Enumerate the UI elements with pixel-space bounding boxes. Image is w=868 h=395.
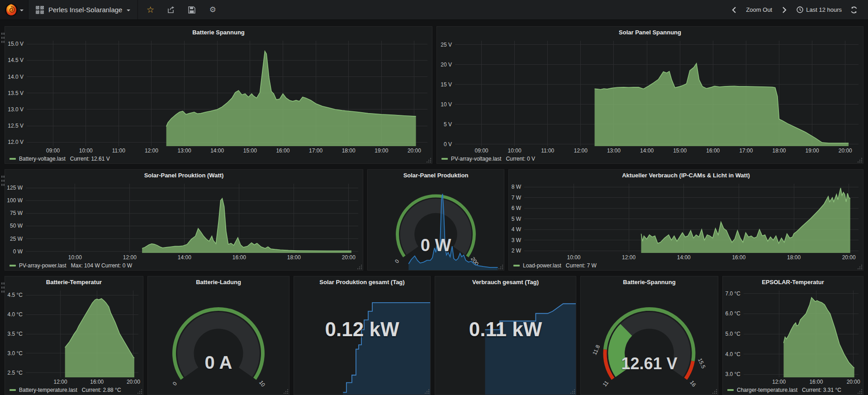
svg-text:18:00: 18:00 (773, 148, 786, 154)
legend-swatch[interactable] (441, 158, 448, 160)
svg-text:7.0 °C: 7.0 °C (726, 290, 741, 297)
time-range-picker[interactable]: Last 12 hours (797, 6, 842, 13)
resize-handle[interactable] (357, 264, 362, 269)
resize-handle[interactable] (857, 264, 862, 269)
panel-title[interactable]: Solar Panel Spannung (437, 27, 863, 38)
svg-text:10:00: 10:00 (508, 148, 522, 154)
panel-title[interactable]: Verbrauch gesamt (Tag) (435, 276, 576, 287)
svg-text:14.0 V: 14.0 V (8, 74, 24, 80)
dashboard-actions: ☆ ⚙ (138, 0, 225, 19)
resize-handle[interactable] (426, 157, 431, 162)
svg-text:12.0 V: 12.0 V (8, 139, 24, 145)
svg-text:09:00: 09:00 (46, 148, 60, 154)
pv-voltage-chart[interactable]: 0 V5 V10 V15 V20 V25 V09:0010:0011:0012:… (437, 38, 863, 154)
dashboard-settings-button[interactable]: ⚙ (205, 2, 220, 18)
legend-current-value: Current: 2.88 °C (82, 387, 121, 393)
grafana-main-menu[interactable] (0, 0, 28, 19)
svg-text:3.0 °C: 3.0 °C (726, 371, 741, 377)
svg-text:14:00: 14:00 (640, 148, 654, 154)
panel-title[interactable]: Batterie-Spannung (581, 276, 718, 287)
legend-current-value: Max: 104 W Current: 0 W (71, 262, 132, 269)
svg-text:13:00: 13:00 (178, 148, 191, 154)
star-dashboard-button[interactable]: ☆ (142, 2, 158, 18)
svg-text:2 W: 2 W (512, 247, 522, 254)
svg-text:3.0 °C: 3.0 °C (8, 350, 23, 357)
panel-title[interactable]: Solar-Panel Produktion (368, 170, 504, 181)
dashboard-picker[interactable]: Perles Insel-Solaranlage (28, 0, 138, 19)
svg-text:16: 16 (688, 379, 697, 388)
legend-swatch[interactable] (9, 389, 16, 391)
svg-text:12:00: 12:00 (123, 254, 137, 261)
svg-text:25 V: 25 V (441, 42, 452, 48)
battery-temperature-chart[interactable]: 2.5 °C3.0 °C3.5 °C4.0 °C4.5 °C12:0016:00… (5, 287, 143, 385)
svg-text:16:00: 16:00 (809, 379, 823, 385)
svg-text:12.5 V: 12.5 V (8, 123, 24, 129)
load-power-chart[interactable]: 2 W3 W4 W5 W6 W7 W8 W10:0012:0014:0016:0… (509, 181, 863, 261)
panel-title[interactable]: Batterie-Temperatur (5, 276, 143, 287)
resize-handle[interactable] (857, 389, 862, 394)
svg-text:19:00: 19:00 (806, 148, 819, 154)
grafana-logo-icon (5, 3, 18, 17)
panel-aktueller-verbrauch: Aktueller Verbrauch (IP-CAMs & Licht in … (508, 169, 863, 271)
svg-text:125 W: 125 W (7, 185, 23, 191)
svg-text:75 W: 75 W (10, 210, 23, 216)
legend-series-name[interactable]: Battery-voltage.last (19, 156, 66, 162)
gauge-value: 0 W (368, 236, 504, 255)
svg-text:13.0 V: 13.0 V (8, 106, 24, 113)
svg-text:14.5 V: 14.5 V (8, 57, 24, 63)
legend-series-name[interactable]: PV-array-power.last (19, 262, 66, 269)
caret-down-icon (20, 10, 24, 11)
svg-text:18:00: 18:00 (287, 254, 301, 261)
svg-text:20:00: 20:00 (842, 254, 856, 261)
svg-text:10 V: 10 V (441, 101, 452, 108)
dashboard-grid-icon (36, 6, 44, 14)
panel-batterie-spannung-gauge: Batterie-Spannung 1111.815.516 12.61 V (580, 276, 718, 395)
panel-title[interactable]: Solar Produktion gesamt (Tag) (294, 276, 430, 287)
legend-swatch[interactable] (513, 265, 520, 267)
svg-text:16:00: 16:00 (232, 254, 246, 261)
svg-text:20:00: 20:00 (127, 379, 140, 385)
panel-solar-panel-produktion-gauge: Solar-Panel Produktion 0200 0 W (367, 169, 504, 271)
zoom-out-button[interactable]: Zoom Out (746, 6, 772, 13)
svg-text:5 W: 5 W (512, 216, 522, 222)
save-dashboard-button[interactable] (184, 2, 199, 18)
svg-text:10:00: 10:00 (567, 254, 580, 261)
legend-series-name[interactable]: Charger-temperature.last (737, 387, 797, 393)
panel-title[interactable]: Solar-Panel Prouktion (Watt) (5, 170, 363, 181)
svg-text:10:00: 10:00 (79, 148, 93, 154)
pv-power-chart[interactable]: 0 W25 W50 W75 W100 W125 W10:0012:0014:00… (5, 181, 363, 261)
legend-current-value: Current: 12.61 V (70, 156, 110, 162)
chevron-right-icon (783, 7, 787, 13)
resize-handle[interactable] (137, 389, 142, 394)
charger-temperature-chart[interactable]: 3.0 °C4.0 °C5.0 °C6.0 °C7.0 °C12:0016:00… (723, 287, 863, 385)
panel-solar-panel-produktion-watt: Solar-Panel Prouktion (Watt) 0 W25 W50 W… (5, 169, 363, 271)
svg-text:13:00: 13:00 (607, 148, 621, 154)
battery-voltage-gauge: 1111.815.516 (581, 292, 718, 395)
svg-text:20:00: 20:00 (839, 148, 852, 154)
time-shift-right-button[interactable] (777, 2, 792, 18)
battery-voltage-chart[interactable]: 12.0 V12.5 V13.0 V13.5 V14.0 V14.5 V15.0… (5, 38, 432, 154)
refresh-button[interactable] (846, 2, 862, 18)
panel-batterie-temperatur: Batterie-Temperatur 2.5 °C3.0 °C3.5 °C4.… (5, 276, 143, 395)
time-shift-left-button[interactable] (726, 2, 741, 18)
share-icon (167, 6, 175, 14)
svg-text:20 V: 20 V (441, 62, 452, 68)
resize-handle[interactable] (857, 157, 862, 162)
panel-title[interactable]: Batterie Spannung (5, 27, 432, 38)
svg-text:0 V: 0 V (444, 141, 452, 148)
panel-title[interactable]: EPSOLAR-Temperatur (723, 276, 863, 287)
dashboard-title: Perles Insel-Solaranlage (48, 6, 122, 14)
legend-series-name[interactable]: Load-power.last (523, 262, 561, 269)
legend-series-name[interactable]: Battery-temperature.last (19, 387, 77, 393)
legend-swatch[interactable] (727, 389, 734, 391)
legend-series-name[interactable]: PV-array-voltage.last (451, 156, 501, 162)
svg-text:17:00: 17:00 (739, 148, 753, 154)
panel-title[interactable]: Aktueller Verbrauch (IP-CAMs & Licht in … (509, 170, 863, 181)
svg-text:2.5 °C: 2.5 °C (8, 370, 23, 376)
panel-title[interactable]: Batterie-Ladung (148, 276, 289, 287)
legend-swatch[interactable] (9, 265, 16, 267)
legend-swatch[interactable] (9, 158, 16, 160)
share-dashboard-button[interactable] (163, 2, 179, 18)
svg-text:18:00: 18:00 (787, 254, 801, 261)
svg-text:17:00: 17:00 (309, 148, 323, 154)
